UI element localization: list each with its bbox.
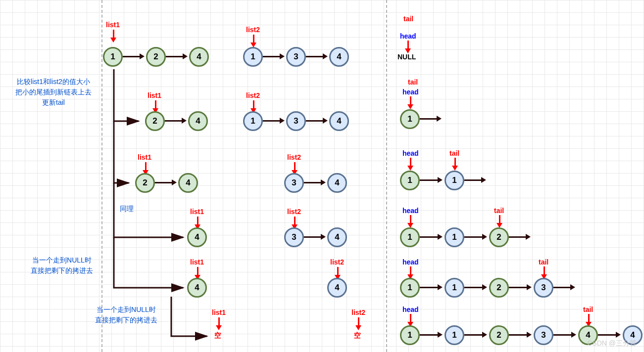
arrow-down-icon: [218, 317, 220, 326]
arrow-icon: [420, 334, 439, 336]
node: 1: [400, 227, 420, 247]
node-l2-1: 1: [243, 47, 263, 67]
node: 4: [329, 111, 349, 131]
arrow-down-icon: [410, 215, 411, 224]
arrow-icon: [263, 56, 281, 57]
arrow-down-icon: [410, 314, 411, 323]
arrow-icon: [420, 118, 438, 120]
node: 2: [145, 111, 165, 131]
arrow-icon: [553, 287, 571, 288]
arrow-icon: [123, 56, 141, 57]
arrow-icon: [553, 334, 572, 336]
node-l1-4: 4: [189, 47, 209, 67]
label-tail: tail: [494, 207, 504, 215]
arrow-icon: [306, 120, 324, 122]
label-list1: list1: [212, 308, 226, 316]
label-list1: list1: [106, 21, 120, 29]
label-list2: list2: [246, 91, 260, 99]
arrow-icon: [304, 182, 322, 183]
arrow-icon: [420, 236, 439, 238]
node: 4: [327, 227, 347, 247]
node: 2: [135, 173, 155, 193]
label-tail: tail: [449, 149, 459, 157]
label-tail: tail: [403, 15, 413, 23]
node-l2-3: 3: [286, 47, 306, 67]
label-list1: list1: [148, 91, 161, 99]
dashed-guide-left: [101, 0, 102, 352]
arrow-icon: [464, 287, 483, 288]
arrow-down-icon: [410, 266, 411, 275]
label-list1: list1: [190, 258, 204, 266]
node: 2: [489, 278, 509, 298]
arrow-down-icon: [294, 217, 296, 225]
label-tail: tail: [583, 306, 593, 313]
node: 1: [445, 278, 464, 298]
node: 3: [534, 278, 553, 298]
label-head: head: [402, 149, 419, 157]
node: 1: [400, 109, 420, 129]
node: 4: [327, 173, 347, 193]
node-l2-4: 4: [329, 47, 349, 67]
node: 1: [400, 325, 420, 345]
node: 4: [188, 111, 208, 131]
node: 4: [187, 227, 207, 247]
label-head: head: [402, 207, 419, 215]
comment-2: 当一个走到NULL时 直接把剩下的拷进去: [22, 255, 101, 276]
arrow-icon: [304, 236, 322, 238]
label-list1: list1: [190, 208, 204, 216]
arrow-down-icon: [253, 35, 254, 44]
label-head: head: [402, 88, 419, 96]
node: 3: [286, 111, 306, 131]
node: 1: [400, 171, 420, 190]
arrow-icon: [598, 334, 617, 336]
arrow-icon: [165, 120, 183, 122]
label-list2: list2: [351, 308, 365, 316]
arrow-icon: [155, 182, 173, 183]
arrow-down-icon: [454, 158, 456, 167]
label-tail: tail: [539, 258, 548, 266]
node: 4: [327, 278, 347, 298]
grid-bg: [0, 0, 644, 352]
arrow-down-icon: [155, 100, 156, 109]
arrow-down-icon: [588, 314, 590, 323]
node: 4: [178, 173, 198, 193]
arrow-down-icon: [197, 267, 198, 276]
arrow-icon: [509, 287, 528, 288]
arrow-down-icon: [407, 41, 409, 49]
arrow-down-icon: [544, 266, 545, 275]
node: 1: [445, 325, 464, 345]
label-list2: list2: [287, 208, 301, 216]
arrow-icon: [509, 236, 527, 238]
arrow-icon: [420, 179, 439, 181]
node: 1: [445, 227, 464, 247]
arrow-down-icon: [410, 96, 411, 105]
node: 2: [489, 325, 509, 345]
node: 3: [534, 325, 553, 345]
label-empty: 空: [214, 331, 221, 340]
arrow-icon: [420, 287, 439, 288]
node: 1: [445, 171, 464, 190]
node: 3: [284, 227, 304, 247]
dashed-guide-right: [386, 0, 387, 352]
arrow-icon: [166, 56, 184, 57]
label-head: head: [400, 32, 416, 40]
arrow-icon: [509, 334, 528, 336]
arrow-down-icon: [253, 100, 254, 109]
node: 4: [187, 278, 207, 298]
arrow-down-icon: [358, 317, 359, 326]
arrow-icon: [263, 120, 281, 122]
comment-3: 当一个走到NULL时 直接把剩下的拷进去: [87, 305, 166, 325]
comment-1: 比较list1和list2的值大小 把小的尾插到新链表上去 更新tail: [9, 77, 98, 108]
arrow-down-icon: [337, 267, 339, 276]
arrow-down-icon: [113, 30, 114, 39]
arrow-icon: [464, 236, 483, 238]
label-same: 同理: [120, 204, 134, 214]
node: 3: [284, 173, 304, 193]
arrow-icon: [464, 334, 483, 336]
label-empty: 空: [354, 331, 361, 340]
node: 2: [489, 227, 509, 247]
diagram-canvas: list1 1 2 4 list2 1 3 4 tail head NULL 比…: [0, 0, 644, 352]
arrow-down-icon: [145, 162, 147, 171]
label-tail: tail: [408, 78, 418, 86]
arrow-down-icon: [294, 162, 296, 171]
